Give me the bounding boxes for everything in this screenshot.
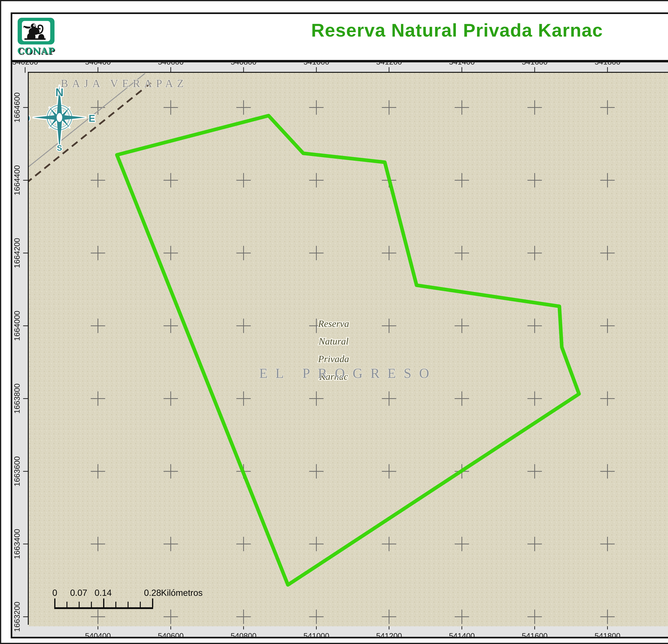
svg-text:541400: 541400 — [449, 61, 475, 66]
svg-text:541000: 541000 — [303, 631, 329, 639]
svg-text:540800: 540800 — [231, 631, 257, 639]
svg-text:541600: 541600 — [522, 631, 548, 639]
svg-text:1664200: 1664200 — [13, 238, 21, 268]
map-document-page: CONAP Reserva Natural Privada Karnac DAG… — [0, 0, 668, 644]
svg-text:1664400: 1664400 — [13, 165, 21, 195]
header-bar: CONAP Reserva Natural Privada Karnac DAG… — [11, 12, 668, 62]
svg-text:0.28: 0.28 — [144, 588, 161, 598]
department-label-el-progreso: EL PROGRESO — [259, 365, 437, 381]
svg-text:1663600: 1663600 — [13, 456, 21, 486]
compass-s-label: S — [57, 143, 62, 152]
compass-o-label: O — [29, 113, 30, 124]
svg-text:541200: 541200 — [376, 631, 402, 639]
svg-text:540200: 540200 — [12, 61, 38, 66]
svg-text:0.07: 0.07 — [70, 588, 87, 598]
reserve-label-line1: Reserva — [318, 318, 349, 329]
svg-text:541000: 541000 — [303, 61, 329, 66]
conap-logo-label: CONAP — [17, 46, 55, 56]
page-title: Reserva Natural Privada Karnac — [12, 20, 668, 41]
compass-n-label: N — [56, 86, 64, 98]
main-map: 00.070.140.28Kilómetros BAJA VERAPAZ Res… — [29, 73, 668, 626]
svg-text:540600: 540600 — [158, 61, 184, 66]
svg-text:541600: 541600 — [522, 61, 548, 66]
svg-text:Kilómetros: Kilómetros — [161, 588, 203, 598]
svg-text:1663400: 1663400 — [13, 529, 21, 559]
svg-text:0: 0 — [52, 588, 57, 598]
svg-text:541200: 541200 — [376, 61, 402, 66]
compass-e-label: E — [89, 113, 95, 124]
svg-text:1663200: 1663200 — [13, 602, 21, 632]
svg-text:1664000: 1664000 — [13, 311, 21, 341]
svg-text:540400: 540400 — [85, 61, 111, 66]
svg-text:541800: 541800 — [594, 631, 620, 639]
svg-text:540400: 540400 — [85, 631, 111, 639]
svg-text:540600: 540600 — [158, 631, 184, 639]
svg-text:1664600: 1664600 — [13, 92, 21, 123]
department-label-baja-verapaz: BAJA VERAPAZ — [61, 77, 188, 90]
svg-text:0.14: 0.14 — [95, 588, 112, 598]
reserve-label-line2: Natural — [319, 336, 349, 347]
svg-text:1663800: 1663800 — [13, 383, 21, 414]
svg-text:541400: 541400 — [449, 631, 475, 639]
reserve-label-line3: Privada — [318, 354, 349, 364]
svg-text:541800: 541800 — [594, 61, 620, 66]
svg-text:540800: 540800 — [231, 61, 257, 66]
